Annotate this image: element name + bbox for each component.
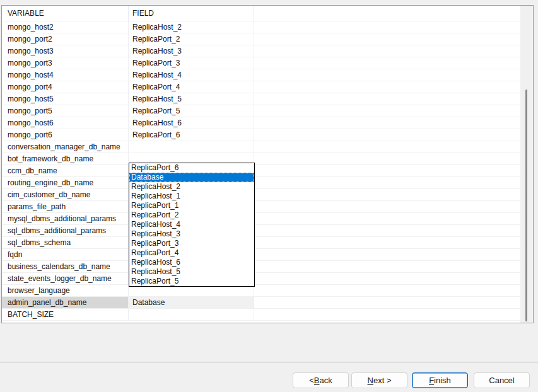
empty-cell <box>254 81 533 93</box>
empty-cell <box>254 309 533 320</box>
table-row: sql_dbms_schema <box>2 237 533 249</box>
variable-cell[interactable]: mongo_port5 <box>2 105 129 117</box>
empty-cell <box>254 213 533 224</box>
variable-cell[interactable]: mongo_port2 <box>2 33 129 45</box>
table-row: fqdn <box>2 249 533 261</box>
field-cell[interactable]: ReplicaHost_5 <box>129 93 254 105</box>
empty-cell <box>254 93 533 105</box>
table-row: cim_customer_db_name <box>2 189 533 201</box>
back-button-accesskey: B <box>314 376 320 385</box>
empty-cell <box>254 141 533 153</box>
variable-cell[interactable]: mongo_host4 <box>2 69 129 81</box>
empty-cell <box>254 285 533 296</box>
dropdown-item[interactable]: ReplicaPort_2 <box>129 210 254 220</box>
field-cell[interactable]: ReplicaHost_4 <box>129 69 254 81</box>
finish-button-label-rest: inish <box>434 376 451 385</box>
variable-cell[interactable]: params_file_path <box>2 201 129 212</box>
dropdown-item[interactable]: ReplicaPort_6 <box>129 163 254 173</box>
empty-cell <box>254 57 533 69</box>
table-row: mongo_port4ReplicaPort_4 <box>2 81 533 93</box>
field-cell[interactable]: ReplicaPort_5 <box>129 105 254 117</box>
variable-cell[interactable]: admin_panel_db_name <box>2 297 129 308</box>
field-cell[interactable]: ReplicaPort_2 <box>129 33 254 45</box>
column-header-empty <box>254 6 533 21</box>
empty-cell <box>254 237 533 248</box>
variable-cell[interactable]: conversation_manager_db_name <box>2 141 129 153</box>
table-row: mongo_host2ReplicaHost_2 <box>2 21 533 33</box>
field-cell[interactable]: ReplicaHost_3 <box>129 45 254 57</box>
table-row: params_file_path <box>2 201 533 213</box>
table-body: mongo_host2ReplicaHost_2mongo_port2Repli… <box>2 21 533 321</box>
dropdown-item[interactable]: ReplicaHost_1 <box>129 192 254 201</box>
field-cell[interactable] <box>129 141 254 153</box>
scrollbar-thumb[interactable] <box>525 89 527 321</box>
field-cell[interactable]: ReplicaHost_2 <box>129 21 254 33</box>
empty-cell <box>254 273 533 284</box>
variable-cell[interactable]: sql_dbms_schema <box>2 237 129 248</box>
empty-cell <box>254 117 533 129</box>
field-cell[interactable]: ReplicaPort_6 <box>129 129 254 141</box>
vertical-scrollbar[interactable] <box>520 6 533 323</box>
variable-cell[interactable]: bot_framework_db_name <box>2 153 129 164</box>
variable-cell[interactable]: mongo_host2 <box>2 21 129 33</box>
empty-cell <box>254 261 533 272</box>
variable-cell[interactable]: BATCH_SIZE <box>2 309 129 320</box>
empty-cell <box>254 69 533 81</box>
table-row: mongo_port3ReplicaPort_3 <box>2 57 533 69</box>
table-row: bot_framework_db_name <box>2 153 533 165</box>
field-cell[interactable]: Database <box>129 297 254 308</box>
variable-cell[interactable]: state_events_logger_db_name <box>2 273 129 284</box>
empty-cell <box>254 189 533 200</box>
cancel-button[interactable]: Cancel <box>474 372 530 388</box>
table-row: sql_dbms_additional_params <box>2 225 533 237</box>
variable-cell[interactable]: sql_dbms_additional_params <box>2 225 129 236</box>
next-button-label-rest: ext > <box>373 376 392 385</box>
dropdown-item[interactable]: ReplicaHost_3 <box>129 229 254 239</box>
field-dropdown-list: ReplicaPort_6DatabaseReplicaHost_2Replic… <box>129 163 255 287</box>
empty-cell <box>254 225 533 236</box>
table-row: mongo_port6ReplicaPort_6 <box>2 129 533 141</box>
dropdown-item[interactable]: ReplicaHost_4 <box>129 220 254 229</box>
parameters-table: VARIABLE FIELD mongo_host2ReplicaHost_2m… <box>1 5 534 323</box>
dropdown-item[interactable]: ReplicaHost_6 <box>129 258 254 267</box>
empty-cell <box>254 249 533 260</box>
dropdown-item[interactable]: ReplicaHost_2 <box>129 182 254 192</box>
dropdown-item-selected[interactable]: Database <box>129 173 254 182</box>
back-button-label: < <box>309 376 314 385</box>
next-button[interactable]: Next > <box>351 372 407 388</box>
column-header-variable: VARIABLE <box>2 6 129 21</box>
table-header-row: VARIABLE FIELD <box>2 6 533 21</box>
variable-cell[interactable]: browser_language <box>2 285 129 296</box>
variable-cell[interactable]: cim_customer_db_name <box>2 189 129 200</box>
field-cell[interactable]: ReplicaPort_4 <box>129 81 254 93</box>
variable-cell[interactable]: routing_engine_db_name <box>2 177 129 188</box>
table-row: conversation_manager_db_name <box>2 141 533 153</box>
variable-cell[interactable]: ccm_db_name <box>2 165 129 176</box>
variable-cell[interactable]: mongo_port4 <box>2 81 129 93</box>
variable-cell[interactable]: business_calendars_db_name <box>2 261 129 272</box>
finish-button[interactable]: Finish <box>412 372 468 388</box>
dropdown-item[interactable]: ReplicaPort_5 <box>129 277 254 286</box>
column-header-field: FIELD <box>129 6 254 21</box>
variable-cell[interactable]: mysql_dbms_additional_params <box>2 213 129 224</box>
dropdown-item[interactable]: ReplicaHost_5 <box>129 267 254 277</box>
variable-cell[interactable]: mongo_host5 <box>2 93 129 105</box>
dropdown-item[interactable]: ReplicaPort_4 <box>129 248 254 258</box>
table-row: BATCH_SIZE <box>2 309 533 321</box>
variable-cell[interactable]: mongo_port6 <box>2 129 129 141</box>
variable-cell[interactable]: mongo_port3 <box>2 57 129 69</box>
cancel-button-label-rest: Cancel <box>489 376 514 385</box>
back-button-label-rest: ack <box>320 376 332 385</box>
back-button[interactable]: < Back <box>293 372 349 388</box>
field-cell[interactable]: ReplicaHost_6 <box>129 117 254 129</box>
dropdown-item[interactable]: ReplicaPort_1 <box>129 201 254 210</box>
variable-cell[interactable]: mongo_host3 <box>2 45 129 57</box>
dropdown-item[interactable]: ReplicaPort_3 <box>129 239 254 248</box>
empty-cell <box>254 45 533 57</box>
field-cell[interactable] <box>129 309 254 320</box>
empty-cell <box>254 129 533 141</box>
field-cell[interactable]: ReplicaPort_3 <box>129 57 254 69</box>
variable-cell[interactable]: mongo_host6 <box>2 117 129 129</box>
variable-cell[interactable]: fqdn <box>2 249 129 260</box>
empty-cell <box>254 21 533 33</box>
